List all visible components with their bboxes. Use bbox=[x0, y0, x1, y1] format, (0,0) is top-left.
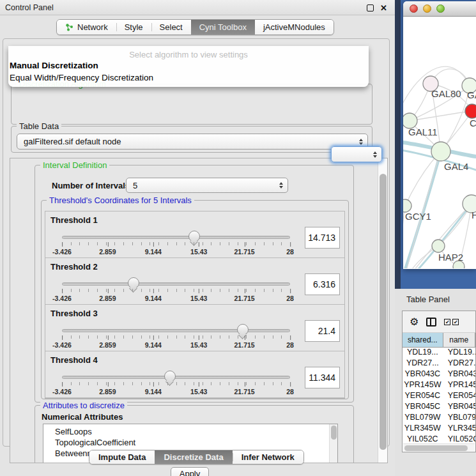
tick-label: 2.859 bbox=[99, 295, 116, 302]
tab-impute-data[interactable]: Impute Data bbox=[89, 450, 155, 464]
interval-definition-label: Interval Definition bbox=[40, 160, 109, 170]
tab-style[interactable]: Style bbox=[116, 20, 151, 35]
tick-label: 15.43 bbox=[190, 341, 207, 349]
float-window-icon[interactable] bbox=[367, 4, 374, 12]
slider-track[interactable] bbox=[62, 376, 290, 379]
table-data-combobox[interactable]: galFiltered.sif default node bbox=[17, 134, 368, 150]
table-cell[interactable]: YLR345W bbox=[443, 424, 475, 434]
tick-label: 9.144 bbox=[145, 295, 162, 302]
node-hap2[interactable] bbox=[432, 240, 445, 252]
tick-label: 28 bbox=[286, 248, 294, 256]
number-of-intervals-combobox[interactable]: 5 bbox=[126, 178, 288, 193]
network-window-titlebar[interactable] bbox=[403, 1, 476, 17]
tab-network[interactable]: Network bbox=[57, 20, 116, 35]
tab-infer-network[interactable]: Infer Network bbox=[233, 450, 303, 464]
discretization-algorithm-group: Discretization Algorithm bbox=[11, 84, 372, 125]
table-row[interactable]: YBL079W YBL079W bbox=[403, 413, 475, 424]
table-cell[interactable]: YBR045C bbox=[403, 402, 443, 413]
slider-track[interactable] bbox=[62, 282, 290, 286]
panel-title: Control Panel bbox=[5, 3, 54, 12]
table-cell[interactable]: YPR145W bbox=[403, 380, 443, 391]
minimize-traffic-light-icon[interactable] bbox=[423, 4, 431, 13]
checkbox-icon[interactable]: ✔ bbox=[444, 319, 450, 325]
slider-thumb[interactable] bbox=[188, 231, 199, 243]
table-data-group: Table Data galFiltered.sif default node bbox=[11, 126, 372, 153]
slider-track[interactable] bbox=[62, 329, 290, 332]
node-label: C bbox=[470, 118, 476, 128]
tick-label: 15.43 bbox=[190, 295, 207, 302]
table-data-label: Table Data bbox=[17, 121, 61, 131]
table-row[interactable]: YBR043C YBR043C bbox=[403, 369, 475, 380]
table-cell[interactable]: YBL079W bbox=[443, 413, 475, 424]
columns-icon[interactable] bbox=[426, 318, 436, 326]
table-row[interactable]: YLR345W YLR345W bbox=[403, 424, 475, 434]
tick-label: 28 bbox=[286, 388, 294, 395]
tab-select[interactable]: Select bbox=[151, 20, 191, 35]
table-cell[interactable]: YBR043C bbox=[403, 369, 443, 380]
settings-vertical-scrollbar[interactable] bbox=[378, 158, 387, 463]
threshold-value-field[interactable]: 14.713 bbox=[305, 227, 340, 249]
threshold-row: Threshold 4 -3.426 2.859 9.144 15.43 bbox=[45, 351, 344, 398]
slider-thumb[interactable] bbox=[237, 324, 247, 337]
table-scrollbar-thumb[interactable] bbox=[404, 445, 468, 451]
network-canvas[interactable]: GAL80 GA C GAL11 GAL4 GCY1 H HAP2 bbox=[403, 17, 476, 268]
column-header-name[interactable]: name bbox=[443, 333, 476, 347]
node-label: GA bbox=[467, 89, 476, 100]
slider-thumb[interactable] bbox=[128, 277, 138, 290]
tab-discretize-data[interactable]: Discretize Data bbox=[155, 450, 232, 464]
threshold-slider[interactable]: -3.426 2.859 9.144 15.43 21.715 28 bbox=[62, 371, 290, 396]
settings-scrollbar-thumb[interactable] bbox=[380, 174, 387, 450]
tick-label: 2.859 bbox=[99, 341, 116, 349]
table-cell[interactable]: YDL19... bbox=[403, 348, 443, 358]
zoom-traffic-light-icon[interactable] bbox=[436, 4, 445, 13]
apply-button[interactable]: Apply bbox=[171, 467, 209, 476]
table-row[interactable]: YPR145W YPR145W bbox=[403, 380, 475, 391]
table-row[interactable]: YDL19... YDL19... bbox=[403, 348, 475, 358]
table-cell[interactable]: YBL079W bbox=[403, 413, 443, 424]
list-scrollbar-thumb[interactable] bbox=[331, 426, 337, 440]
column-header-shared-name[interactable]: shared... bbox=[403, 333, 443, 347]
attribute-list-item[interactable]: TopologicalCoefficient bbox=[55, 437, 337, 448]
numerical-attributes-label: Numerical Attributes bbox=[42, 412, 123, 422]
node-gcy1[interactable] bbox=[403, 199, 411, 212]
tab-cyni-toolbox[interactable]: Cyni Toolbox bbox=[191, 20, 255, 35]
node-gal4[interactable] bbox=[431, 142, 450, 161]
table-cell[interactable]: YER054C bbox=[403, 391, 443, 402]
node-table: ⚙ ✔ ✔ shared... name YDL19... YDL19... bbox=[402, 311, 476, 452]
tick-label: 9.144 bbox=[145, 248, 162, 256]
dropdown-item-manual-discretization[interactable]: Manual Discretization bbox=[8, 59, 369, 72]
network-view-window: GAL80 GA C GAL11 GAL4 GCY1 H HAP2 bbox=[403, 1, 476, 269]
tick-label: 28 bbox=[286, 341, 294, 349]
threshold-slider[interactable]: -3.426 2.859 9.144 15.43 21.715 28 bbox=[62, 324, 290, 349]
threshold-value-field[interactable]: 21.4 bbox=[305, 320, 340, 342]
algorithm-combobox[interactable] bbox=[331, 146, 382, 162]
threshold-value-field[interactable]: 11.344 bbox=[305, 367, 340, 388]
table-cell[interactable]: YDR27... bbox=[443, 358, 475, 369]
close-traffic-light-icon[interactable] bbox=[410, 4, 418, 13]
threshold-slider[interactable]: -3.426 2.859 9.144 15.43 21.715 28 bbox=[62, 231, 290, 256]
checkbox-icon[interactable]: ✔ bbox=[452, 319, 459, 325]
table-row[interactable]: YDR27... YDR27... bbox=[403, 358, 475, 369]
slider-track[interactable] bbox=[62, 236, 290, 239]
table-row[interactable]: YBR045C YBR045C bbox=[403, 402, 475, 413]
threshold-value-field[interactable]: 6.316 bbox=[305, 273, 340, 295]
slider-thumb[interactable] bbox=[164, 371, 174, 383]
table-cell[interactable]: YER054C bbox=[443, 391, 475, 402]
table-cell[interactable]: YDR27... bbox=[403, 358, 443, 369]
table-horizontal-scrollbar[interactable] bbox=[403, 443, 475, 451]
table-cell[interactable]: YDL19... bbox=[443, 348, 475, 358]
table-row[interactable]: YER054C YER054C bbox=[403, 391, 475, 402]
attribute-list-item[interactable]: SelfLoops bbox=[55, 426, 337, 437]
table-cell[interactable]: YBR045C bbox=[443, 402, 475, 413]
threshold-slider[interactable]: -3.426 2.859 9.144 15.43 21.715 28 bbox=[62, 277, 290, 303]
close-icon[interactable]: ✕ bbox=[380, 4, 387, 12]
dropdown-item-equal-width-frequency[interactable]: Equal Width/Frequency Discretization bbox=[8, 72, 369, 84]
node-red[interactable] bbox=[465, 104, 476, 118]
table-cell[interactable]: YLR345W bbox=[403, 424, 443, 434]
list-scrollbar[interactable] bbox=[329, 424, 337, 463]
table-cell[interactable]: YPR145W bbox=[443, 380, 475, 391]
thresholds-group: Threshold's Coordinates for 5 Intervals … bbox=[41, 200, 349, 399]
gear-icon[interactable]: ⚙ bbox=[410, 317, 418, 327]
tab-jactivemnodules[interactable]: jActiveMNodules bbox=[255, 20, 334, 35]
table-cell[interactable]: YBR043C bbox=[443, 369, 475, 380]
